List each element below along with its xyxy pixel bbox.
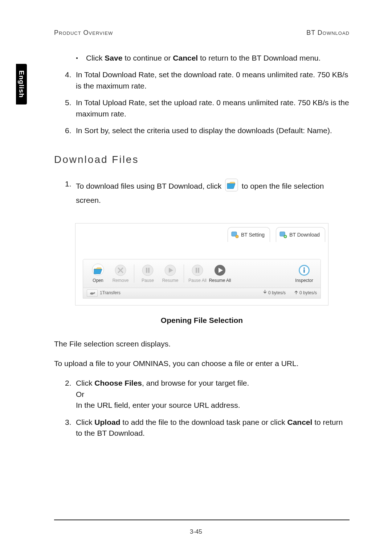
- text-bold: Choose Files: [94, 379, 142, 387]
- turtle-mode-button[interactable]: [87, 290, 98, 297]
- remove-icon: [113, 263, 128, 278]
- remove-button[interactable]: Remove: [109, 259, 132, 288]
- play-icon: [213, 263, 227, 278]
- folder-open-icon: [91, 263, 105, 278]
- svg-rect-8: [146, 268, 147, 273]
- button-label: Resume All: [209, 278, 231, 284]
- figure-caption: Opening File Selection: [54, 315, 350, 326]
- text: to add the file to the download task pan…: [121, 418, 287, 426]
- step-3: 3. Click Upload to add the file to the d…: [76, 417, 350, 439]
- toolbar-area: Open Remove: [83, 259, 321, 299]
- step-number: 3.: [65, 417, 72, 428]
- svg-point-2: [236, 235, 238, 238]
- svg-rect-13: [198, 268, 199, 273]
- resume-all-button[interactable]: Resume All: [209, 259, 231, 288]
- tab-bt-setting[interactable]: BT Setting: [228, 227, 270, 242]
- button-label: Open: [93, 278, 103, 284]
- bt-download-window: BT Setting BT Download: [75, 223, 328, 305]
- page-number: 3-45: [0, 528, 392, 535]
- tab-label: BT Download: [289, 231, 320, 238]
- arrow-up-icon: [294, 290, 298, 296]
- body-content: Click Save to continue or Cancel to retu…: [54, 53, 350, 445]
- pause-icon: [190, 263, 205, 278]
- step-number: 4.: [65, 69, 72, 80]
- svg-rect-18: [303, 269, 305, 273]
- language-tab: English: [16, 64, 27, 104]
- step-number: 2.: [65, 378, 72, 389]
- play-icon: [163, 263, 177, 278]
- pause-all-button[interactable]: Pause All: [186, 259, 209, 288]
- text: Click: [76, 379, 94, 387]
- text: , and browse for your target file.: [142, 379, 249, 387]
- step-text: In Total Download Rate, set the download…: [76, 70, 348, 90]
- step-4: 4. In Total Download Rate, set the downl…: [76, 69, 350, 91]
- step-number: 6.: [65, 125, 72, 136]
- rate-value: 0 bytes/s: [299, 290, 317, 296]
- text: to continue or: [122, 54, 173, 62]
- step-text: In Total Upload Rate, set the upload rat…: [76, 98, 349, 118]
- svg-rect-9: [148, 268, 150, 273]
- paragraph: The File selection screen displays.: [54, 338, 350, 349]
- bullet-save-cancel: Click Save to continue or Cancel to retu…: [86, 53, 350, 63]
- text: to return to the BT Download menu.: [198, 54, 320, 62]
- text-bold-save: Save: [105, 54, 122, 62]
- toolbar-divider: [134, 264, 134, 283]
- transfers-label: 1Transfers: [100, 290, 121, 296]
- section-title: Download Files: [54, 152, 350, 167]
- button-label: Inspector: [295, 278, 313, 284]
- rate-value: 0 bytes/s: [268, 290, 286, 296]
- inspector-button[interactable]: Inspector: [291, 259, 317, 288]
- button-label: Resume: [162, 278, 179, 284]
- resume-button[interactable]: Resume: [159, 259, 181, 288]
- step-6: 6. In Sort by, select the criteria used …: [76, 125, 350, 136]
- step-number: 1.: [65, 178, 72, 189]
- toolbar-divider: [184, 264, 184, 283]
- svg-rect-12: [196, 268, 197, 273]
- tabs-row: BT Setting BT Download: [75, 223, 328, 245]
- button-label: Pause All: [188, 278, 207, 284]
- header-left: Product Overview: [54, 29, 113, 37]
- text-bold: Upload: [94, 418, 120, 426]
- step-text: In Sort by, select the criteria used to …: [76, 126, 332, 135]
- text-bold-cancel: Cancel: [173, 54, 198, 62]
- text-bold: Cancel: [287, 418, 312, 426]
- upload-rate: 0 bytes/s: [294, 290, 317, 296]
- pause-button[interactable]: Pause: [136, 259, 159, 288]
- toolbar: Open Remove: [83, 259, 320, 288]
- svg-point-17: [303, 267, 305, 269]
- button-label: Remove: [113, 278, 129, 284]
- step-1: 1. To download files using BT Download, …: [76, 178, 350, 206]
- bt-download-icon: [279, 231, 287, 239]
- text: Click: [76, 418, 94, 426]
- svg-point-19: [90, 292, 94, 295]
- text: Or: [76, 390, 84, 398]
- svg-point-11: [192, 265, 203, 276]
- step-5: 5. In Total Upload Rate, set the upload …: [76, 97, 350, 119]
- pause-icon: [140, 263, 155, 278]
- folder-open-icon: [225, 178, 238, 194]
- info-icon: [297, 263, 311, 278]
- paragraph: To upload a file to your OMNINAS, you ca…: [54, 358, 350, 369]
- tab-bt-download[interactable]: BT Download: [276, 227, 325, 242]
- button-label: Pause: [142, 278, 154, 284]
- status-bar: 1Transfers 0 bytes/s 0 bytes/s: [83, 288, 320, 298]
- header-right: BT Download: [306, 29, 350, 37]
- open-button[interactable]: Open: [87, 259, 109, 288]
- download-rate: 0 bytes/s: [263, 290, 286, 296]
- arrow-down-icon: [263, 290, 267, 296]
- svg-point-7: [142, 265, 153, 276]
- text: Click: [86, 54, 105, 62]
- tab-label: BT Setting: [241, 231, 265, 238]
- step-text-a: To download files using BT Download, cli…: [76, 182, 221, 190]
- text: In the URL field, enter your source URL …: [76, 401, 240, 409]
- bt-setting-icon: [231, 231, 239, 239]
- step-number: 5.: [65, 97, 72, 108]
- bottom-rule: [54, 520, 350, 520]
- step-2: 2. Click Choose Files, and browse for yo…: [76, 378, 350, 411]
- svg-point-20: [93, 292, 95, 294]
